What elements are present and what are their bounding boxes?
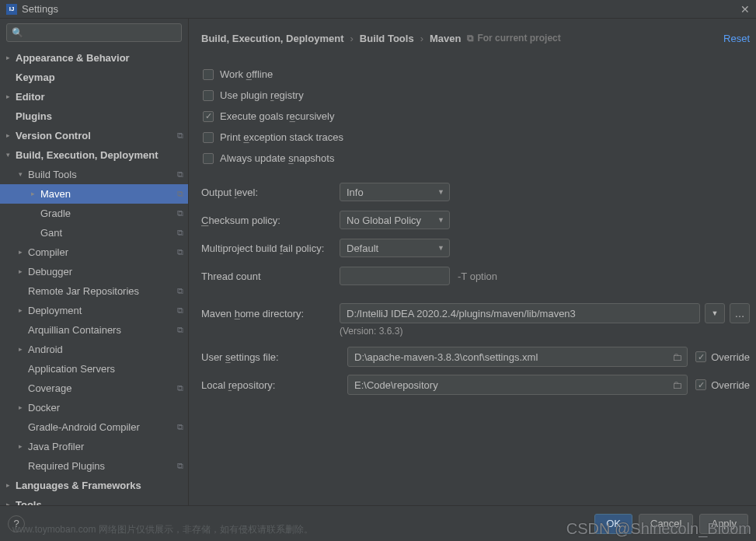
app-icon: IJ <box>6 4 17 15</box>
thread-count-label: Thread count <box>201 270 340 282</box>
override-settings-checkbox[interactable] <box>695 351 706 362</box>
thread-hint: -T option <box>458 270 497 282</box>
window-title: Settings <box>22 3 58 15</box>
home-dir-browse-button[interactable]: … <box>730 303 750 323</box>
settings-tree: ▸Appearance & Behavior▸Keymap▸Editor▸Plu… <box>0 47 188 505</box>
tree-item-label: Deployment <box>28 305 174 316</box>
tree-item-label: Arquillian Containers <box>28 324 174 336</box>
tree-item-gradle-android-compiler[interactable]: ▸Gradle-Android Compiler⧉ <box>0 417 188 437</box>
recursive-checkbox[interactable] <box>203 111 214 122</box>
folder-icon[interactable]: 🗀 <box>672 379 682 391</box>
recursive-label: Execute goals recursively <box>220 110 334 122</box>
tree-item-compiler[interactable]: ▸Compiler⧉ <box>0 243 188 262</box>
tree-item-languages-frameworks[interactable]: ▸Languages & Frameworks <box>0 476 188 495</box>
stack-traces-checkbox[interactable] <box>203 132 214 143</box>
home-dir-label: Maven home directory: <box>201 308 340 319</box>
tree-item-deployment[interactable]: ▸Deployment⧉ <box>0 301 188 320</box>
tree-item-build-tools[interactable]: ▾Build Tools⧉ <box>0 165 188 184</box>
home-dir-select[interactable]: D:/IntelliJ IDEA 2020.2.4/plugins/maven/… <box>340 303 700 323</box>
tree-item-java-profiler[interactable]: ▸Java Profiler <box>0 437 188 456</box>
tree-item-maven[interactable]: ▸Maven⧉ <box>0 184 188 204</box>
tree-item-label: Languages & Frameworks <box>16 480 183 491</box>
snapshots-label: Always update snapshots <box>220 152 334 164</box>
tree-item-coverage[interactable]: ▸Coverage⧉ <box>0 379 188 398</box>
multi-fail-select[interactable]: Default ▼ <box>340 239 450 257</box>
project-scope-icon: ⧉ <box>177 325 183 335</box>
tree-item-label: Maven <box>40 188 174 200</box>
crumb-mid[interactable]: Build Tools <box>360 33 414 44</box>
ok-button[interactable]: OK <box>594 514 632 534</box>
project-scope-icon: ⧉ <box>177 169 183 180</box>
tree-item-docker[interactable]: ▸Docker <box>0 398 188 417</box>
chevron-down-icon: ▾ <box>6 151 16 159</box>
project-scope-icon: ⧉ <box>177 228 183 238</box>
apply-button[interactable]: Apply <box>699 514 748 534</box>
tree-item-application-servers[interactable]: ▸Application Servers <box>0 359 188 379</box>
project-scope-icon: ⧉ <box>177 247 183 257</box>
close-icon[interactable]: ✕ <box>740 3 750 16</box>
work-offline-label: Work offline <box>220 68 273 80</box>
thread-count-input[interactable] <box>340 267 450 285</box>
chevron-right-icon: ▸ <box>19 306 28 314</box>
tree-item-label: Build Tools <box>28 169 174 180</box>
tree-item-label: Application Servers <box>28 363 183 375</box>
tree-item-label: Android <box>28 344 183 355</box>
tree-item-version-control[interactable]: ▸Version Control⧉ <box>0 126 188 145</box>
checksum-select[interactable]: No Global Policy ▼ <box>340 211 450 229</box>
chevron-right-icon: ▸ <box>31 190 40 197</box>
plugin-registry-checkbox[interactable] <box>203 90 214 101</box>
chevron-right-icon: ▸ <box>6 92 16 100</box>
tree-item-label: Editor <box>16 91 183 103</box>
tree-item-tools[interactable]: ▸Tools <box>0 495 188 505</box>
tree-item-label: Remote Jar Repositories <box>28 285 174 297</box>
override-settings-label: Override <box>711 351 750 363</box>
chevron-right-icon: ▸ <box>19 345 28 353</box>
stack-traces-label: Print exception stack traces <box>220 131 343 143</box>
user-settings-input[interactable]: D:\apache-maven-3.8.3\conf\settings.xml … <box>347 347 688 367</box>
tree-item-build-execution-deployment[interactable]: ▾Build, Execution, Deployment <box>0 145 188 165</box>
watermark-text: www.toymoban.com 网络图片仅供展示，非存储，如有侵权请联系删除。 <box>12 523 313 536</box>
override-repo-label: Override <box>711 379 750 391</box>
reset-button[interactable]: Reset <box>723 33 750 44</box>
tree-item-android[interactable]: ▸Android <box>0 340 188 359</box>
local-repo-input[interactable]: E:\Code\repository 🗀 <box>347 375 688 395</box>
work-offline-checkbox[interactable] <box>203 69 214 80</box>
snapshots-checkbox[interactable] <box>203 153 214 164</box>
tree-item-required-plugins[interactable]: ▸Required Plugins⧉ <box>0 456 188 476</box>
chevron-right-icon: ▸ <box>19 403 28 411</box>
tree-item-remote-jar-repositories[interactable]: ▸Remote Jar Repositories⧉ <box>0 281 188 301</box>
override-repo-checkbox[interactable] <box>695 379 706 390</box>
tree-item-debugger[interactable]: ▸Debugger <box>0 262 188 281</box>
search-input[interactable] <box>23 27 176 38</box>
tree-item-label: Gant <box>40 227 174 239</box>
tree-item-arquillian-containers[interactable]: ▸Arquillian Containers⧉ <box>0 320 188 340</box>
tree-item-label: Gradle <box>40 208 174 219</box>
tree-item-keymap[interactable]: ▸Keymap <box>0 68 188 87</box>
tree-item-editor[interactable]: ▸Editor <box>0 87 188 106</box>
crumb-parent[interactable]: Build, Execution, Deployment <box>201 33 343 44</box>
project-scope-icon: ⧉ <box>177 286 183 296</box>
sidebar: 🔍 ▸Appearance & Behavior▸Keymap▸Editor▸P… <box>0 19 189 505</box>
tree-item-gradle[interactable]: ▸Gradle⧉ <box>0 204 188 223</box>
plugin-registry-label: Use plugin registry <box>220 89 304 101</box>
crumb-current: Maven <box>430 33 461 44</box>
tree-item-label: Plugins <box>16 110 183 122</box>
chevron-down-icon: ▾ <box>19 170 28 178</box>
tree-item-appearance-behavior[interactable]: ▸Appearance & Behavior <box>0 48 188 68</box>
search-input-wrapper[interactable]: 🔍 <box>6 23 182 42</box>
chevron-down-icon: ▼ <box>437 244 444 252</box>
cancel-button[interactable]: Cancel <box>639 514 693 534</box>
output-level-label: Output level: <box>201 187 340 198</box>
chevron-down-icon: ▼ <box>712 309 719 317</box>
output-level-select[interactable]: Info ▼ <box>340 183 450 201</box>
folder-icon[interactable]: 🗀 <box>672 351 682 363</box>
tree-item-gant[interactable]: ▸Gant⧉ <box>0 223 188 243</box>
chevron-right-icon: ▸ <box>19 267 28 275</box>
chevron-down-icon: ▼ <box>437 188 444 196</box>
scope-label: ⧉ For current project <box>467 33 560 44</box>
tree-item-label: Tools <box>16 499 183 505</box>
chevron-down-icon: ▼ <box>437 216 444 224</box>
tree-item-label: Coverage <box>28 382 174 394</box>
tree-item-plugins[interactable]: ▸Plugins <box>0 106 188 126</box>
home-dir-dropdown-button[interactable]: ▼ <box>705 303 725 323</box>
